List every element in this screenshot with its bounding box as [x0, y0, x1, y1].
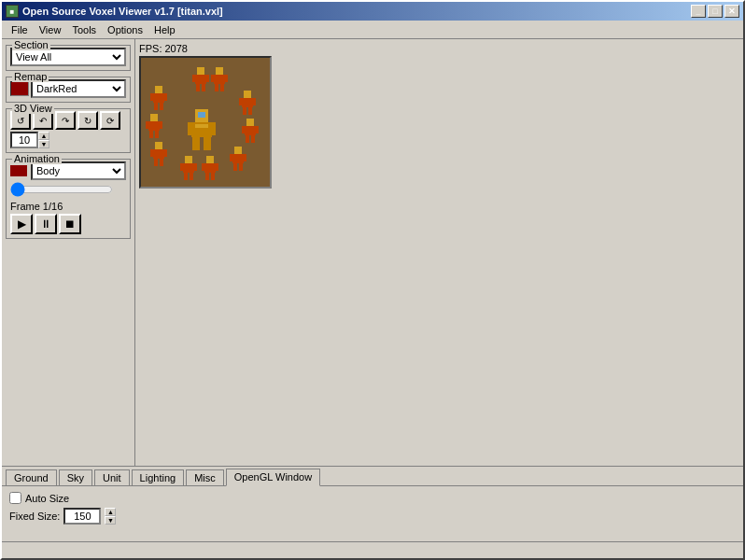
title-buttons: _ □ ✕: [691, 5, 739, 18]
rotation-buttons: ↺ ↶ ↷ ↻ ⟳: [10, 111, 126, 130]
svg-rect-53: [149, 131, 153, 138]
svg-rect-51: [146, 121, 149, 129]
tab-content: Auto Size Fixed Size: ▲ ▼: [2, 485, 743, 541]
anim-part-dropdown[interactable]: Body Head Left Arm Right Arm: [31, 161, 126, 180]
fixed-size-up-arrow[interactable]: ▲: [105, 508, 116, 516]
frame-slider[interactable]: [10, 182, 113, 197]
rotate-ccw-btn[interactable]: ↶: [33, 111, 53, 130]
svg-rect-66: [204, 137, 211, 150]
tab-sky[interactable]: Sky: [59, 469, 92, 485]
main-area: Section View All Top Front Side Remap Da…: [2, 39, 743, 541]
svg-rect-47: [154, 159, 158, 166]
minimize-button[interactable]: _: [691, 5, 706, 18]
gl-viewport: [139, 56, 272, 189]
svg-rect-6: [202, 84, 205, 91]
svg-rect-9: [211, 75, 215, 82]
section-group: Section View All Top Front Side: [6, 45, 131, 71]
svg-rect-28: [243, 154, 246, 161]
menu-view[interactable]: View: [34, 22, 67, 37]
tab-unit[interactable]: Unit: [94, 469, 130, 485]
play-button[interactable]: ▶: [10, 214, 33, 234]
svg-rect-26: [232, 154, 244, 163]
zoom-up-arrow[interactable]: ▲: [38, 132, 49, 140]
svg-rect-45: [150, 149, 154, 157]
menu-file[interactable]: File: [6, 22, 34, 37]
title-bar: ■ Open Source Voxel Viewer v1.7 [titan.v…: [2, 2, 743, 21]
svg-rect-32: [204, 163, 216, 173]
anim-part-row: Body Head Left Arm Right Arm: [10, 161, 126, 180]
fixed-size-label: Fixed Size:: [9, 511, 60, 522]
svg-rect-1: [197, 67, 204, 75]
svg-rect-57: [150, 93, 154, 101]
svg-rect-23: [246, 135, 249, 143]
fixed-size-arrows: ▲ ▼: [105, 508, 116, 525]
svg-rect-64: [211, 122, 216, 135]
svg-rect-56: [153, 93, 164, 103]
close-button[interactable]: ✕: [724, 5, 739, 18]
frame-label: Frame 1/16: [10, 201, 126, 212]
rotate-left-btn[interactable]: ↺: [10, 111, 31, 130]
svg-rect-27: [230, 154, 233, 161]
svg-rect-11: [215, 84, 218, 91]
animation-group: Animation Body Head Left Arm Right Arm: [6, 159, 131, 239]
pause-button[interactable]: ⏸: [35, 214, 57, 234]
svg-rect-65: [192, 137, 200, 150]
svg-rect-22: [255, 126, 259, 133]
fixed-size-row: Fixed Size: ▲ ▼: [9, 508, 736, 525]
auto-size-checkbox[interactable]: [9, 492, 21, 504]
remap-color-row: DarkRed Blue Green: [10, 79, 126, 98]
svg-rect-34: [215, 163, 218, 171]
svg-rect-42: [190, 173, 193, 180]
svg-rect-17: [243, 107, 246, 115]
svg-rect-38: [183, 163, 194, 173]
svg-rect-43: [155, 142, 162, 149]
fixed-size-input[interactable]: [63, 508, 101, 525]
tab-misc[interactable]: Misc: [186, 469, 224, 485]
tab-lighting[interactable]: Lighting: [132, 469, 185, 485]
svg-rect-37: [185, 156, 192, 163]
svg-rect-36: [211, 173, 215, 180]
menu-help[interactable]: Help: [148, 22, 181, 37]
main-window: ■ Open Source Voxel Viewer v1.7 [titan.v…: [0, 0, 745, 560]
tab-ground[interactable]: Ground: [6, 469, 57, 485]
title-bar-left: ■ Open Source Voxel Viewer v1.7 [titan.v…: [6, 5, 223, 18]
svg-rect-19: [246, 119, 254, 126]
fixed-size-down-arrow[interactable]: ▼: [105, 516, 116, 525]
tabs-container: Ground Sky Unit Lighting Misc OpenGL Win…: [2, 466, 743, 541]
svg-rect-10: [224, 75, 228, 82]
section-dropdown[interactable]: View All Top Front Side: [10, 48, 126, 66]
svg-rect-63: [188, 122, 192, 135]
remap-dropdown[interactable]: DarkRed Blue Green: [31, 79, 126, 98]
menu-tools[interactable]: Tools: [66, 22, 102, 37]
svg-rect-4: [205, 75, 209, 82]
window-title: Open Source Voxel Viewer v1.7 [titan.vxl…: [22, 6, 223, 17]
auto-size-label: Auto Size: [25, 493, 69, 504]
rotate-right-btn[interactable]: ↻: [77, 111, 98, 130]
svg-rect-18: [248, 107, 252, 115]
zoom-control: ▲ ▼: [10, 132, 126, 148]
rotate-cw-btn[interactable]: ↷: [55, 111, 76, 130]
reset-btn[interactable]: ⟳: [100, 111, 120, 130]
svg-rect-41: [184, 173, 188, 180]
zoom-arrows: ▲ ▼: [38, 132, 49, 148]
svg-rect-5: [196, 84, 200, 91]
frame-slider-row: [10, 182, 126, 199]
menu-options[interactable]: Options: [102, 22, 148, 37]
maximize-button[interactable]: □: [708, 5, 723, 18]
animation-label: Animation: [12, 153, 62, 164]
remap-group: Remap DarkRed Blue Green: [6, 77, 131, 103]
content-area: Section View All Top Front Side Remap Da…: [2, 39, 743, 466]
svg-rect-49: [150, 114, 158, 121]
svg-rect-21: [242, 126, 246, 133]
svg-rect-12: [220, 84, 224, 91]
svg-rect-29: [233, 163, 237, 171]
svg-rect-3: [192, 75, 196, 82]
zoom-input[interactable]: [10, 132, 38, 148]
stop-button[interactable]: ⏹: [59, 214, 81, 234]
remap-label: Remap: [12, 71, 49, 82]
zoom-down-arrow[interactable]: ▼: [38, 140, 49, 148]
left-panel: Section View All Top Front Side Remap Da…: [2, 39, 135, 466]
fps-label: FPS: 2078: [139, 43, 739, 54]
tab-opengl-window[interactable]: OpenGL Window: [226, 469, 320, 486]
svg-rect-25: [234, 147, 242, 154]
